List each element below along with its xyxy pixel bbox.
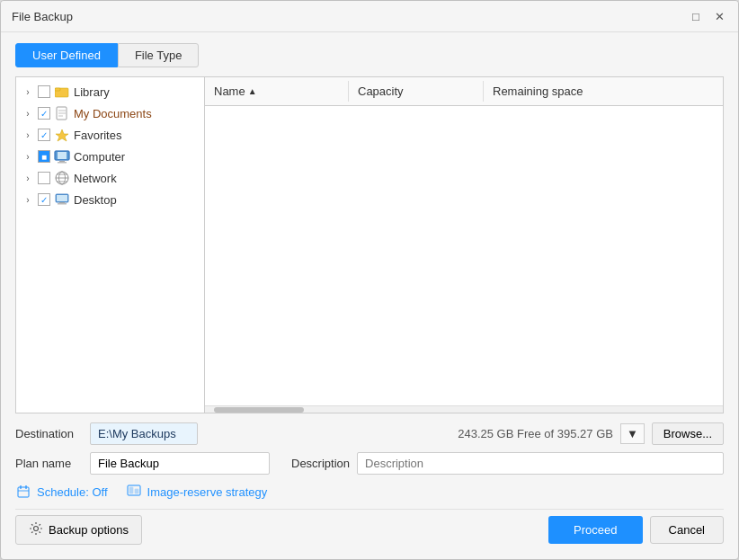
- svg-marker-6: [56, 129, 68, 141]
- col-name[interactable]: Name ▲: [205, 81, 349, 102]
- file-panel: Name ▲ Capacity Remaining space: [205, 77, 723, 413]
- label-favorites: Favorites: [74, 129, 121, 142]
- backup-options-label: Backup options: [49, 523, 129, 537]
- destination-dropdown-button[interactable]: ▼: [620, 423, 645, 444]
- svg-rect-9: [58, 152, 67, 159]
- strategy-label: Image-reserve strategy: [147, 485, 268, 499]
- gear-icon: [29, 521, 43, 538]
- label-desktop: Desktop: [74, 193, 117, 207]
- bottom-area: Destination E:\My Backups 243.25 GB Free…: [15, 422, 724, 545]
- checkbox-library[interactable]: [38, 85, 50, 98]
- destination-space: 243.25 GB Free of 395.27 GB: [205, 427, 613, 440]
- expand-favorites[interactable]: ›: [22, 129, 34, 141]
- schedule-button[interactable]: Schedule: Off: [15, 484, 108, 500]
- label-my-documents: My Documents: [74, 107, 152, 120]
- expand-my-documents[interactable]: ›: [22, 107, 34, 120]
- title-bar: File Backup □ ✕: [1, 1, 738, 32]
- svg-rect-26: [129, 487, 133, 493]
- svg-rect-18: [57, 195, 67, 201]
- expand-library[interactable]: ›: [22, 85, 34, 98]
- sort-asc-icon: ▲: [248, 86, 257, 96]
- tab-user-defined[interactable]: User Defined: [15, 43, 118, 67]
- label-network: Network: [74, 172, 117, 185]
- tree-item-desktop[interactable]: › ✓ Desktop: [16, 189, 204, 210]
- checkbox-computer[interactable]: ■: [38, 150, 50, 163]
- svg-point-28: [34, 527, 39, 531]
- tree-item-network[interactable]: › Network: [16, 167, 204, 189]
- tree-item-computer[interactable]: › ■ Computer: [16, 146, 204, 167]
- destination-row: Destination E:\My Backups 243.25 GB Free…: [15, 422, 724, 445]
- tree-item-my-documents[interactable]: › ✓ My Documents: [16, 102, 204, 124]
- favorites-icon: [54, 128, 70, 142]
- title-bar-controls: □ ✕: [688, 8, 727, 24]
- cancel-button[interactable]: Cancel: [650, 516, 724, 544]
- svg-rect-21: [18, 487, 29, 497]
- footer-right: Proceed Cancel: [548, 516, 724, 544]
- svg-rect-27: [135, 489, 138, 493]
- scrollbar-thumb[interactable]: [214, 407, 304, 413]
- backup-options-button[interactable]: Backup options: [15, 515, 142, 545]
- plan-row: Plan name Description: [15, 452, 724, 475]
- desktop-icon: [54, 192, 70, 207]
- window-body: User Defined File Type › Library ›: [1, 32, 738, 559]
- col-remaining-space[interactable]: Remaining space: [484, 81, 723, 102]
- footer-row: Backup options Proceed Cancel: [15, 509, 724, 545]
- tab-file-type[interactable]: File Type: [118, 43, 200, 67]
- file-backup-window: File Backup □ ✕ User Defined File Type ›: [0, 0, 739, 560]
- folder-icon: [54, 84, 70, 99]
- minimize-button[interactable]: □: [688, 8, 704, 24]
- tree-panel: › Library › ✓ My Documents: [16, 77, 205, 413]
- window-title: File Backup: [12, 10, 73, 23]
- label-library: Library: [74, 85, 110, 99]
- computer-icon: [54, 149, 70, 164]
- checkbox-network[interactable]: [38, 172, 50, 184]
- expand-network[interactable]: ›: [22, 172, 34, 184]
- file-header: Name ▲ Capacity Remaining space: [205, 77, 723, 106]
- label-computer: Computer: [74, 150, 125, 164]
- plan-name-label: Plan name: [15, 457, 83, 470]
- close-button[interactable]: ✕: [711, 8, 727, 24]
- svg-rect-20: [58, 203, 67, 205]
- schedule-label: Schedule: Off: [37, 485, 108, 499]
- doc-icon: [54, 106, 70, 120]
- tree-item-library[interactable]: › Library: [16, 81, 204, 102]
- tabs-row: User Defined File Type: [15, 43, 724, 67]
- strategy-icon: [126, 484, 142, 500]
- schedule-icon: [15, 484, 31, 500]
- plan-name-input[interactable]: [90, 452, 270, 475]
- expand-desktop[interactable]: ›: [22, 193, 34, 206]
- network-icon: [54, 171, 70, 185]
- strategy-button[interactable]: Image-reserve strategy: [126, 484, 268, 500]
- file-list-body: [205, 106, 723, 405]
- browse-button[interactable]: Browse...: [652, 422, 724, 445]
- tree-item-favorites[interactable]: › ✓ Favorites: [16, 124, 204, 146]
- checkbox-favorites[interactable]: ✓: [38, 129, 50, 141]
- col-capacity[interactable]: Capacity: [349, 81, 484, 102]
- svg-rect-11: [58, 162, 67, 164]
- destination-path: E:\My Backups: [90, 422, 198, 445]
- description-label: Description: [291, 457, 350, 470]
- checkbox-desktop[interactable]: ✓: [38, 193, 50, 206]
- proceed-button[interactable]: Proceed: [548, 516, 642, 544]
- expand-computer[interactable]: ›: [22, 150, 34, 163]
- description-input[interactable]: [357, 452, 724, 475]
- svg-rect-1: [55, 88, 60, 91]
- destination-label: Destination: [15, 427, 83, 440]
- horizontal-scrollbar[interactable]: [205, 405, 723, 413]
- checkbox-my-documents[interactable]: ✓: [38, 107, 50, 120]
- main-content: › Library › ✓ My Documents: [15, 76, 724, 413]
- schedule-row: Schedule: Off Image-reserve strategy: [15, 482, 724, 502]
